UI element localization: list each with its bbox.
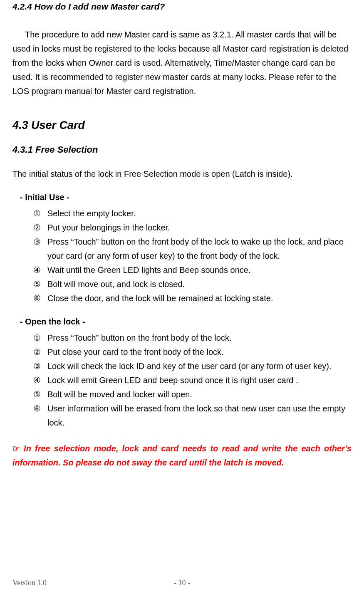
list-item-text: Put close your card to the front body of… xyxy=(47,347,224,356)
list-item-text: Bolt will be moved and locker will open. xyxy=(47,390,192,399)
list-marker: ① xyxy=(33,331,41,345)
note-text: In free selection mode, lock and card ne… xyxy=(12,444,352,467)
heading-424: 4.2.4 How do I add new Master card? xyxy=(12,2,352,12)
list-marker: ⑥ xyxy=(33,401,41,416)
list-item: ①Press “Touch” button on the front body … xyxy=(33,331,352,345)
list-marker: ④ xyxy=(33,373,41,387)
list-item-text: Press “Touch” button on the front body o… xyxy=(47,333,231,342)
note-free-selection: ☞ In free selection mode, lock and card … xyxy=(12,441,352,470)
list-item: ②Put your belongings in the locker. xyxy=(33,220,352,235)
heading-431: 4.3.1 Free Selection xyxy=(12,144,352,155)
intro-431: The initial status of the lock in Free S… xyxy=(12,167,352,181)
list-marker: ③ xyxy=(33,359,41,373)
list-item-text: Bolt will move out, and lock is closed. xyxy=(47,280,185,289)
list-marker: ⑤ xyxy=(33,277,41,291)
list-item: ⑤Bolt will be moved and locker will open… xyxy=(33,387,352,401)
heading-43: 4.3 User Card xyxy=(12,119,352,132)
list-item-text: Lock will check the lock ID and key of t… xyxy=(47,361,332,371)
paragraph-424-text: The procedure to add new Master card is … xyxy=(12,30,348,96)
list-item: ⑥User information will be erased from th… xyxy=(33,401,352,430)
paragraph-424: The procedure to add new Master card is … xyxy=(12,27,352,98)
list-open-lock: ①Press “Touch” button on the front body … xyxy=(33,331,352,430)
list-marker: ③ xyxy=(33,235,41,249)
footer-version: Version 1.0 xyxy=(12,579,126,587)
list-item: ②Put close your card to the front body o… xyxy=(33,345,352,359)
footer-page-number: - 10 - xyxy=(126,579,239,587)
list-initial-use: ①Select the empty locker. ②Put your belo… xyxy=(33,206,352,305)
pointer-icon: ☞ xyxy=(12,444,20,453)
list-marker: ② xyxy=(33,345,41,359)
list-item-text: Close the door, and the lock will be rem… xyxy=(47,294,273,303)
list-item-text: Press “Touch” button on the front body o… xyxy=(47,237,344,260)
list-marker: ④ xyxy=(33,263,41,277)
list-item: ⑥Close the door, and the lock will be re… xyxy=(33,291,352,305)
subheading-open-lock: - Open the lock - xyxy=(20,317,352,327)
list-marker: ⑥ xyxy=(33,291,41,305)
list-marker: ② xyxy=(33,220,41,235)
list-marker: ⑤ xyxy=(33,387,41,401)
subheading-initial-use: - Initial Use - xyxy=(20,193,352,202)
list-item-text: Lock will emit Green LED and beep sound … xyxy=(47,376,298,385)
list-item-text: Select the empty locker. xyxy=(47,209,136,218)
list-item: ⑤Bolt will move out, and lock is closed. xyxy=(33,277,352,291)
list-item-text: User information will be erased from the… xyxy=(47,404,345,427)
list-marker: ① xyxy=(33,206,41,220)
list-item: ①Select the empty locker. xyxy=(33,206,352,220)
list-item: ④Wait until the Green LED lights and Bee… xyxy=(33,263,352,277)
page-footer: Version 1.0 - 10 - xyxy=(12,579,352,587)
list-item: ③Press “Touch” button on the front body … xyxy=(33,235,352,263)
list-item-text: Put your belongings in the locker. xyxy=(47,223,170,232)
footer-spacer xyxy=(238,579,352,587)
list-item-text: Wait until the Green LED lights and Beep… xyxy=(47,265,250,275)
list-item: ③Lock will check the lock ID and key of … xyxy=(33,359,352,373)
list-item: ④Lock will emit Green LED and beep sound… xyxy=(33,373,352,387)
